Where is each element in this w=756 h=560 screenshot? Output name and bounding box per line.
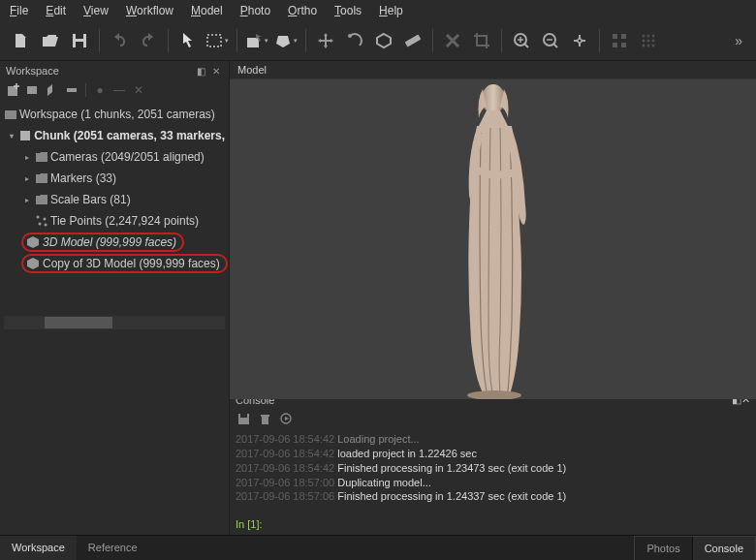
save-project-button[interactable] [66,27,93,54]
menu-workflow[interactable]: Workflow [126,4,173,17]
add-chunk-icon[interactable] [6,82,21,98]
reset-view-button[interactable] [566,27,593,54]
show-grid-button[interactable] [635,27,662,54]
svg-point-18 [652,35,655,38]
svg-rect-39 [261,415,269,417]
open-project-button[interactable] [37,27,64,54]
workspace-tree[interactable]: Workspace (1 chunks, 2051 cameras) ▾ Chu… [0,104,229,314]
remove-chunk-icon[interactable]: ✕ [131,82,146,98]
draw-polygon-button[interactable] [272,27,299,54]
delete-selection-button[interactable] [439,27,466,54]
workspace-panel-title: Workspace [6,65,59,77]
expand-icon[interactable]: ▸ [21,196,33,204]
new-project-button[interactable] [8,27,35,54]
console-line: 2017-09-06 18:54:42 Finished processing … [236,461,750,476]
add-marker-icon[interactable] [45,82,60,98]
model-viewport[interactable] [230,79,756,399]
show-cameras-button[interactable] [606,27,633,54]
svg-point-30 [37,216,40,219]
selection-mode-button[interactable] [243,27,270,54]
tree-3d-model[interactable]: 3D Model (999,999 faces) [0,232,229,253]
status-tab-console[interactable]: Console [693,537,755,560]
expand-icon[interactable]: ▸ [21,153,33,162]
console-line: 2017-09-06 18:54:42 Loading project... [236,432,750,447]
rectangle-select-button[interactable] [204,27,231,54]
zoom-in-button[interactable] [508,27,535,54]
tree-workspace-root[interactable]: Workspace (1 chunks, 2051 cameras) [0,104,229,125]
ruler-button[interactable] [399,27,426,54]
menu-edit[interactable]: Edit [46,4,66,17]
menu-view[interactable]: View [83,4,109,17]
svg-rect-37 [240,414,247,418]
menu-help[interactable]: Help [379,4,403,17]
menu-tools[interactable]: Tools [334,4,362,17]
menu-ortho[interactable]: Ortho [288,4,317,17]
folder-icon [33,172,50,184]
model-pane: Model [230,61,756,389]
model-tab-label: Model [230,61,756,79]
svg-point-16 [643,35,646,38]
expand-icon[interactable]: ▸ [21,174,33,183]
console-line: 2017-09-06 18:54:42 loaded project in 1.… [236,447,750,461]
status-tab-reference[interactable]: Reference [77,536,149,560]
svg-point-34 [482,84,505,113]
chunk-icon [17,129,35,142]
svg-rect-28 [5,110,16,119]
console-log[interactable]: 2017-09-06 18:54:42 Loading project... 2… [230,430,756,514]
collapse-icon[interactable]: ▾ [6,132,17,140]
tiepoints-icon [33,214,50,228]
horizontal-scrollbar[interactable] [4,316,225,329]
svg-point-7 [348,34,352,38]
add-scalebar-icon[interactable] [64,82,79,98]
clear-log-icon[interactable] [257,411,272,426]
main-toolbar: » [0,21,756,61]
folder-icon [33,194,50,205]
svg-point-23 [647,45,650,47]
svg-point-33 [45,224,47,227]
svg-point-22 [643,45,646,47]
status-tab-workspace[interactable]: Workspace [0,536,77,560]
console-input[interactable]: In [1]: [230,514,756,535]
status-tab-photos[interactable]: Photos [635,537,691,560]
tree-scalebars[interactable]: ▸ Scale Bars (81) [0,189,229,210]
zoom-out-button[interactable] [537,27,564,54]
workspace-panel: Workspace ◧ ✕ ● — ✕ Workspace (1 chunks,… [0,61,230,535]
enable-chunk-icon[interactable]: ● [92,82,108,98]
svg-rect-26 [27,86,37,94]
svg-rect-14 [613,43,617,47]
move-object-button[interactable] [312,27,339,54]
svg-rect-15 [621,43,626,47]
region-button[interactable] [370,27,397,54]
workspace-icon [2,108,19,121]
menu-file[interactable]: File [10,4,28,17]
undo-button[interactable] [106,27,133,54]
rotate-object-button[interactable] [341,27,368,54]
undock-icon[interactable]: ◧ [194,64,207,78]
run-script-icon[interactable] [278,411,294,426]
crop-selection-button[interactable] [468,27,495,54]
tree-cameras[interactable]: ▸ Cameras (2049/2051 aligned) [0,146,229,168]
folder-icon [33,151,50,163]
tree-chunk[interactable]: ▾ Chunk (2051 cameras, 33 markers, [0,125,229,146]
save-log-icon[interactable] [236,411,251,426]
disable-chunk-icon[interactable]: — [111,82,127,98]
redo-button[interactable] [135,27,162,54]
scrollbar-thumb[interactable] [45,317,112,328]
tree-tiepoints[interactable]: Tie Points (2,247,924 points) [0,210,229,232]
model-icon [23,257,43,270]
tree-markers[interactable]: ▸ Markers (33) [0,168,229,189]
menu-model[interactable]: Model [191,4,223,17]
svg-point-21 [652,40,655,43]
svg-rect-12 [613,34,617,39]
console-pane: Console ◧ ✕ 2017-09-06 18:54:42 Loading … [230,389,756,535]
svg-point-20 [647,40,650,43]
close-panel-icon[interactable]: ✕ [209,64,223,78]
statusbar: Workspace Reference Photos Console [0,535,756,560]
tree-3d-model-copy[interactable]: Copy of 3D Model (999,999 faces) [0,253,229,274]
add-photos-icon[interactable] [25,82,41,98]
svg-rect-8 [405,34,422,47]
console-line: 2017-09-06 18:57:00 Duplicating model... [236,476,750,490]
menu-photo[interactable]: Photo [240,4,270,17]
navigation-button[interactable] [174,27,202,54]
toolbar-overflow[interactable]: » [729,33,748,48]
